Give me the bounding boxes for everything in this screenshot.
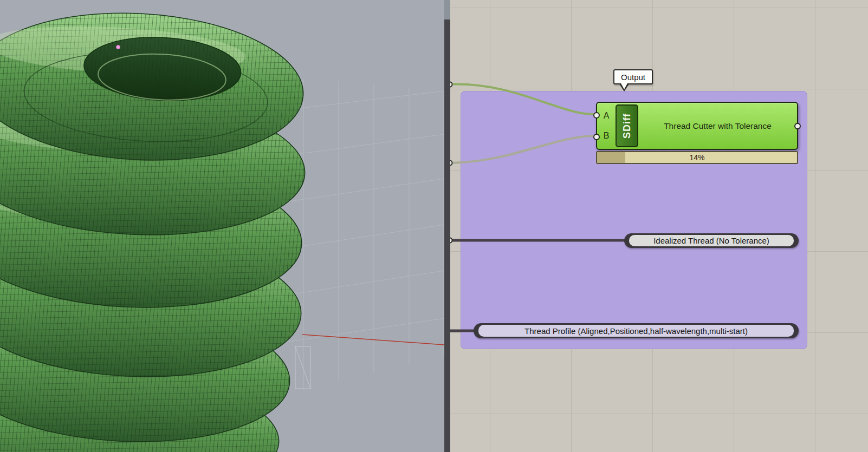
sdiff-component[interactable]: A B SDiff Thread Cutter with Tolerance — [596, 102, 798, 150]
param-pill-thread-profile[interactable]: Thread Profile (Aligned,Positioned,half-… — [474, 323, 799, 338]
param-pill-idealized-thread[interactable]: Idealized Thread (No Tolerance) — [624, 233, 799, 248]
construction-box — [295, 346, 310, 389]
input-port-a-icon[interactable] — [593, 112, 600, 119]
wire-layer — [450, 0, 868, 452]
edge-port-icon[interactable] — [450, 161, 452, 166]
rhino-viewport[interactable] — [0, 0, 444, 452]
pill-label: Idealized Thread (No Tolerance) — [629, 235, 794, 246]
viewport-render — [0, 0, 444, 452]
thread-model[interactable] — [0, 5, 308, 452]
wire-input-a[interactable] — [450, 84, 594, 114]
x-axis-line — [302, 335, 444, 345]
app-window: Idealized Thread (No Tolerance) Thread P… — [0, 0, 868, 452]
output-callout-label: Output — [621, 73, 645, 82]
component-tab[interactable]: SDiff — [616, 104, 638, 147]
output-port-icon[interactable] — [794, 123, 801, 129]
pane-divider[interactable] — [444, 0, 450, 452]
component-name: Thread Cutter with Tolerance — [638, 103, 797, 149]
input-label-a: A — [604, 111, 610, 121]
progress-label: 14% — [597, 152, 797, 163]
input-port-column: A B — [597, 103, 616, 149]
input-port-b-icon[interactable] — [593, 134, 600, 140]
edge-port-icon[interactable] — [450, 82, 452, 87]
edge-port-icon[interactable] — [450, 238, 452, 243]
component-tab-label: SDiff — [621, 113, 633, 139]
point-marker[interactable] — [116, 45, 120, 49]
callout-tail-inner — [621, 83, 627, 89]
divider-handle[interactable] — [444, 0, 450, 19]
input-label-b: B — [604, 131, 610, 141]
wire-input-b[interactable] — [450, 136, 594, 163]
output-callout: Output — [613, 69, 653, 84]
profiler-bar: 14% — [596, 151, 798, 164]
pill-label: Thread Profile (Aligned,Positioned,half-… — [478, 325, 794, 337]
grasshopper-canvas[interactable]: Idealized Thread (No Tolerance) Thread P… — [450, 0, 868, 452]
